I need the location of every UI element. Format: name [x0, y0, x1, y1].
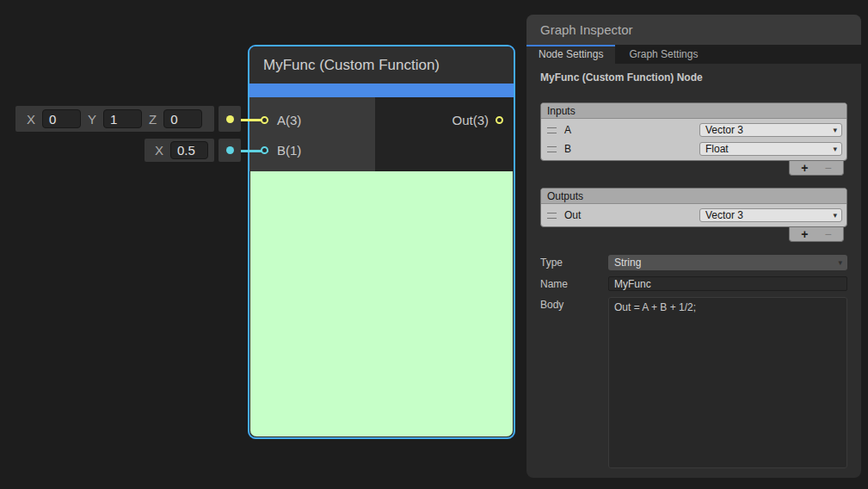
add-input-button[interactable]: + [801, 162, 808, 174]
input-a-type-dropdown[interactable]: Vector 3 ▾ [699, 123, 842, 137]
float-value-widget: X [145, 139, 214, 162]
input-port-a-icon[interactable] [261, 116, 268, 124]
output-out-type-value: Vector 3 [705, 209, 743, 221]
output-port-out-icon[interactable] [496, 116, 503, 124]
drag-handle-icon[interactable] [547, 213, 557, 219]
input-b-type-value: Float [705, 143, 729, 155]
remove-input-button[interactable]: − [825, 162, 832, 174]
input-b-type-dropdown[interactable]: Float ▾ [699, 142, 842, 156]
add-output-button[interactable]: + [801, 228, 808, 240]
float-connector-dot[interactable] [226, 146, 234, 154]
chevron-down-icon: ▾ [833, 126, 837, 134]
node-title: MyFunc (Custom Function) [249, 46, 514, 84]
drag-handle-icon[interactable] [547, 127, 557, 133]
x-label: X [27, 112, 35, 127]
name-field-row: Name [540, 276, 847, 291]
type-label: Type [540, 255, 608, 269]
float-connector-box [219, 139, 241, 162]
node-output-ports: Out(3) [375, 97, 514, 171]
vector3-value-widget: X Y Z [15, 106, 214, 132]
tab-node-settings[interactable]: Node Settings [526, 45, 615, 64]
function-body-textarea[interactable]: Out = A + B + 1/2; [608, 297, 847, 468]
outputs-row-out: Out Vector 3 ▾ [541, 206, 846, 225]
remove-output-button[interactable]: − [825, 228, 832, 240]
function-name-input[interactable] [608, 276, 847, 291]
custom-function-node[interactable]: MyFunc (Custom Function) A(3) B(1) Out(3… [248, 45, 515, 439]
graph-inspector-panel: Graph Inspector Node Settings Graph Sett… [526, 15, 861, 478]
body-label: Body [540, 297, 608, 311]
type-dropdown[interactable]: String ▾ [608, 255, 847, 270]
inputs-list-footer: + − [789, 161, 844, 176]
output-out-name: Out [564, 209, 699, 221]
node-preview-area [250, 171, 513, 436]
port-out-label: Out(3) [452, 113, 489, 127]
float-x-input[interactable] [170, 141, 208, 159]
vector3-connector-box [219, 106, 241, 132]
node-input-ports: A(3) B(1) [249, 97, 375, 171]
port-a-label: A(3) [277, 113, 301, 127]
inputs-list: Inputs A Vector 3 ▾ B Float ▾ [540, 102, 847, 161]
port-row-out: Out(3) [375, 105, 514, 135]
inputs-row-a: A Vector 3 ▾ [541, 121, 846, 139]
chevron-down-icon: ▾ [833, 211, 837, 220]
x-label: X [155, 143, 163, 158]
output-out-type-dropdown[interactable]: Vector 3 ▾ [699, 208, 842, 222]
inputs-row-b: B Float ▾ [541, 139, 846, 158]
inspector-title: Graph Inspector [526, 15, 861, 45]
drag-handle-icon[interactable] [547, 146, 557, 152]
chevron-down-icon: ▾ [833, 145, 837, 153]
vector3-y-input[interactable] [103, 109, 142, 128]
inputs-list-title: Inputs [541, 103, 846, 119]
tab-graph-settings[interactable]: Graph Settings [615, 45, 711, 64]
type-value: String [614, 257, 641, 269]
input-a-type-value: Vector 3 [705, 124, 743, 136]
vector3-z-input[interactable] [163, 109, 202, 128]
outputs-list-title: Outputs [541, 189, 846, 204]
type-field-row: Type String ▾ [540, 255, 847, 270]
node-accent-bar [249, 84, 514, 97]
input-b-name: B [564, 143, 699, 155]
z-label: Z [149, 112, 157, 127]
body-field-row: Body Out = A + B + 1/2; [540, 297, 847, 468]
input-a-name: A [564, 124, 699, 136]
vector3-connector-dot[interactable] [226, 115, 234, 123]
input-port-b-icon[interactable] [261, 146, 268, 154]
name-label: Name [540, 276, 608, 290]
vector3-x-input[interactable] [42, 109, 81, 128]
port-b-label: B(1) [277, 143, 301, 158]
chevron-down-icon: ▾ [838, 258, 842, 267]
port-row-b: B(1) [249, 135, 375, 165]
outputs-list-footer: + − [789, 227, 844, 242]
inspector-tab-bar: Node Settings Graph Settings [526, 45, 861, 64]
port-row-a: A(3) [249, 105, 375, 135]
y-label: Y [88, 112, 96, 127]
node-settings-heading: MyFunc (Custom Function) Node [540, 71, 847, 85]
outputs-list: Outputs Out Vector 3 ▾ [540, 188, 847, 227]
